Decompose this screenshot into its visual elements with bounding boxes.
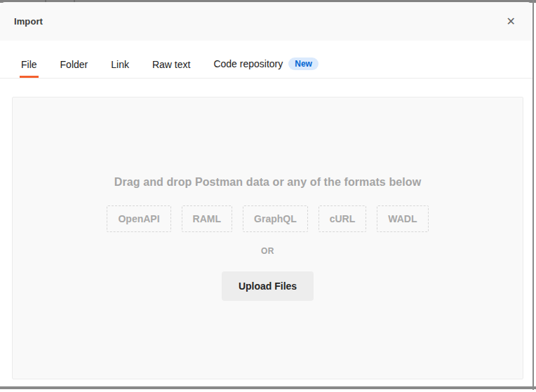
dialog-header: Import ✕ [0,2,532,41]
format-chip-wadl: WADL [377,205,428,232]
tab-link[interactable]: Link [109,59,130,78]
background-window-bottom-edge [0,386,536,389]
background-window-right-edge [532,0,534,390]
tab-folder[interactable]: Folder [59,59,90,78]
tab-folder-label: Folder [60,59,88,70]
tab-raw-text[interactable]: Raw text [151,59,192,78]
tab-code-repository[interactable]: Code repository New [212,58,320,78]
format-chip-openapi: OpenAPI [107,205,170,232]
tab-link-label: Link [111,59,129,70]
new-badge: New [288,58,319,70]
upload-files-button[interactable]: Upload Files [222,271,314,301]
format-chip-raml: RAML [182,205,232,232]
format-chip-curl: cURL [319,205,367,232]
tab-raw-text-label: Raw text [152,59,190,70]
or-separator-label: OR [261,246,274,256]
dropzone-heading: Drag and drop Postman data or any of the… [114,176,421,189]
file-dropzone[interactable]: Drag and drop Postman data or any of the… [12,97,523,379]
tab-file-label: File [21,59,37,70]
format-chip-graphql: GraphQL [243,205,308,232]
import-dialog: Import ✕ File Folder Link Raw text Code … [0,2,532,386]
format-chip-row: OpenAPI RAML GraphQL cURL WADL [107,205,428,232]
close-icon[interactable]: ✕ [504,13,518,30]
tab-code-repository-label: Code repository [213,58,283,69]
tab-bar: File Folder Link Raw text Code repositor… [0,41,532,79]
dialog-title: Import [14,16,43,27]
tab-file[interactable]: File [20,59,39,78]
